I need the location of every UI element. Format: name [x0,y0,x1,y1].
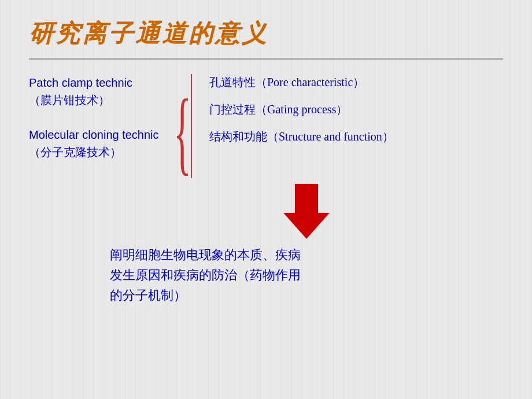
slide: 研究离子通道的意义 Patch clamp technic （膜片钳技术） Mo… [0,0,532,399]
bottom-text: 阐明细胞生物电现象的本质、疾病 发生原因和疾病的防治（药物作用 的分子机制） [110,245,503,306]
arrow-head [283,213,330,239]
left-text-cn-2: （分子克隆技术） [29,143,179,161]
left-text-cn-1: （膜片钳技术） [29,91,179,109]
left-item-1: Patch clamp technic （膜片钳技术） [29,74,179,109]
right-item-2: 门控过程（Gating process） [209,101,503,118]
left-panel: Patch clamp technic （膜片钳技术） Molecular cl… [29,74,191,178]
slide-title: 研究离子通道的意义 [29,17,503,50]
left-text-en-1: Patch clamp technic [29,74,179,91]
bottom-line-3: 的分子机制） [110,285,503,305]
right-item-1: 孔道特性（Pore characteristic） [209,74,503,91]
left-item-2: Molecular cloning technic （分子克隆技术） [29,126,179,161]
right-item-3: 结构和功能（Structure and function） [209,128,503,145]
left-text-en-2: Molecular cloning technic [29,126,179,143]
arrow-shaft [295,184,318,213]
bottom-line-1: 阐明细胞生物电现象的本质、疾病 [110,245,503,265]
down-arrow-icon [283,184,330,239]
arrow-container [110,184,503,239]
brace-container: { [173,80,191,184]
curly-brace-icon: { [173,86,191,178]
content-area: Patch clamp technic （膜片钳技术） Molecular cl… [29,74,503,178]
bottom-line-2: 发生原因和疾病的防治（药物作用 [110,265,503,285]
right-panel: 孔道特性（Pore characteristic） 门控过程（Gating pr… [191,74,503,178]
divider [29,58,503,60]
